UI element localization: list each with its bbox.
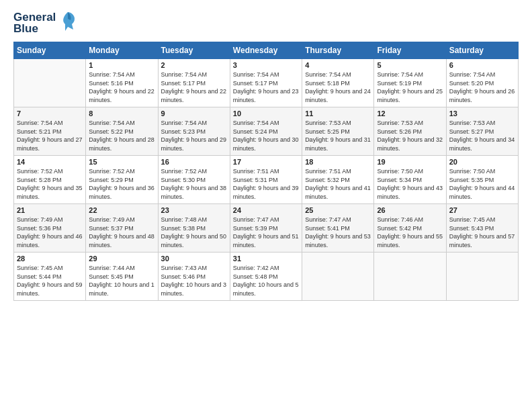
calendar-cell: 4Sunrise: 7:54 AMSunset: 5:18 PMDaylight… xyxy=(302,59,374,107)
logo-bird-icon xyxy=(58,11,77,35)
day-number: 4 xyxy=(305,61,371,69)
calendar-cell: 7Sunrise: 7:54 AMSunset: 5:21 PMDaylight… xyxy=(14,107,86,156)
calendar-cell: 13Sunrise: 7:53 AMSunset: 5:27 PMDayligh… xyxy=(446,107,518,156)
calendar-cell xyxy=(14,59,86,107)
calendar-cell: 6Sunrise: 7:54 AMSunset: 5:20 PMDaylight… xyxy=(446,59,518,107)
col-header-wednesday: Wednesday xyxy=(230,42,302,59)
day-info: Sunrise: 7:54 AMSunset: 5:19 PMDaylight:… xyxy=(377,71,443,104)
day-info: Sunrise: 7:54 AMSunset: 5:17 PMDaylight:… xyxy=(233,71,299,104)
day-info: Sunrise: 7:53 AMSunset: 5:27 PMDaylight:… xyxy=(449,119,515,152)
calendar-cell xyxy=(446,253,518,301)
calendar-cell: 28Sunrise: 7:45 AMSunset: 5:44 PMDayligh… xyxy=(14,253,86,301)
calendar-cell: 25Sunrise: 7:47 AMSunset: 5:41 PMDayligh… xyxy=(302,204,374,253)
calendar-cell: 11Sunrise: 7:53 AMSunset: 5:25 PMDayligh… xyxy=(302,107,374,156)
day-info: Sunrise: 7:53 AMSunset: 5:26 PMDaylight:… xyxy=(377,119,443,152)
day-info: Sunrise: 7:49 AMSunset: 5:36 PMDaylight:… xyxy=(17,216,83,249)
calendar-cell: 21Sunrise: 7:49 AMSunset: 5:36 PMDayligh… xyxy=(14,204,86,253)
calendar-cell: 27Sunrise: 7:45 AMSunset: 5:43 PMDayligh… xyxy=(446,204,518,253)
day-number: 13 xyxy=(449,109,515,118)
day-number: 7 xyxy=(17,109,83,118)
col-header-friday: Friday xyxy=(374,42,446,59)
calendar-table: SundayMondayTuesdayWednesdayThursdayFrid… xyxy=(13,42,519,301)
day-number: 21 xyxy=(17,206,83,214)
day-number: 23 xyxy=(161,206,227,214)
day-info: Sunrise: 7:42 AMSunset: 5:48 PMDaylight:… xyxy=(233,264,299,298)
day-number: 1 xyxy=(89,61,154,69)
day-number: 6 xyxy=(449,61,515,69)
day-number: 25 xyxy=(305,206,371,214)
day-info: Sunrise: 7:51 AMSunset: 5:31 PMDaylight:… xyxy=(233,167,299,201)
day-number: 18 xyxy=(305,158,371,166)
day-info: Sunrise: 7:53 AMSunset: 5:25 PMDaylight:… xyxy=(305,119,371,152)
logo: General Blue xyxy=(13,11,77,35)
day-info: Sunrise: 7:48 AMSunset: 5:38 PMDaylight:… xyxy=(161,216,227,249)
day-info: Sunrise: 7:45 AMSunset: 5:43 PMDaylight:… xyxy=(449,216,515,249)
calendar-cell: 5Sunrise: 7:54 AMSunset: 5:19 PMDaylight… xyxy=(374,59,446,107)
day-info: Sunrise: 7:54 AMSunset: 5:21 PMDaylight:… xyxy=(17,119,83,152)
day-number: 17 xyxy=(233,158,299,166)
day-number: 10 xyxy=(233,109,299,118)
calendar-cell: 15Sunrise: 7:52 AMSunset: 5:29 PMDayligh… xyxy=(86,156,158,204)
day-info: Sunrise: 7:50 AMSunset: 5:34 PMDaylight:… xyxy=(377,167,443,201)
calendar-cell: 9Sunrise: 7:54 AMSunset: 5:23 PMDaylight… xyxy=(158,107,230,156)
day-info: Sunrise: 7:46 AMSunset: 5:42 PMDaylight:… xyxy=(377,216,443,249)
col-header-monday: Monday xyxy=(86,42,158,59)
day-number: 20 xyxy=(449,158,515,166)
day-number: 29 xyxy=(89,255,154,263)
day-info: Sunrise: 7:51 AMSunset: 5:32 PMDaylight:… xyxy=(305,167,371,201)
calendar-cell: 22Sunrise: 7:49 AMSunset: 5:37 PMDayligh… xyxy=(86,204,158,253)
day-number: 26 xyxy=(377,206,443,214)
calendar-cell: 14Sunrise: 7:52 AMSunset: 5:28 PMDayligh… xyxy=(14,156,86,204)
day-info: Sunrise: 7:44 AMSunset: 5:45 PMDaylight:… xyxy=(89,264,154,298)
day-number: 11 xyxy=(305,109,371,118)
day-info: Sunrise: 7:52 AMSunset: 5:30 PMDaylight:… xyxy=(161,167,227,201)
day-number: 19 xyxy=(377,158,443,166)
calendar-cell: 3Sunrise: 7:54 AMSunset: 5:17 PMDaylight… xyxy=(230,59,302,107)
day-info: Sunrise: 7:52 AMSunset: 5:29 PMDaylight:… xyxy=(89,167,154,201)
day-number: 14 xyxy=(17,158,83,166)
day-number: 16 xyxy=(161,158,227,166)
calendar-cell: 29Sunrise: 7:44 AMSunset: 5:45 PMDayligh… xyxy=(86,253,158,301)
day-info: Sunrise: 7:54 AMSunset: 5:24 PMDaylight:… xyxy=(233,119,299,152)
day-number: 5 xyxy=(377,61,443,69)
day-number: 24 xyxy=(233,206,299,214)
col-header-thursday: Thursday xyxy=(302,42,374,59)
day-number: 8 xyxy=(89,109,154,118)
day-number: 9 xyxy=(161,109,227,118)
calendar-cell: 30Sunrise: 7:43 AMSunset: 5:46 PMDayligh… xyxy=(158,253,230,301)
calendar-cell: 12Sunrise: 7:53 AMSunset: 5:26 PMDayligh… xyxy=(374,107,446,156)
day-number: 22 xyxy=(89,206,154,214)
day-info: Sunrise: 7:43 AMSunset: 5:46 PMDaylight:… xyxy=(161,264,227,298)
day-info: Sunrise: 7:52 AMSunset: 5:28 PMDaylight:… xyxy=(17,167,83,201)
calendar-cell: 10Sunrise: 7:54 AMSunset: 5:24 PMDayligh… xyxy=(230,107,302,156)
day-number: 27 xyxy=(449,206,515,214)
calendar-cell: 23Sunrise: 7:48 AMSunset: 5:38 PMDayligh… xyxy=(158,204,230,253)
day-number: 3 xyxy=(233,61,299,69)
calendar-cell: 26Sunrise: 7:46 AMSunset: 5:42 PMDayligh… xyxy=(374,204,446,253)
day-info: Sunrise: 7:54 AMSunset: 5:20 PMDaylight:… xyxy=(449,71,515,104)
day-info: Sunrise: 7:54 AMSunset: 5:16 PMDaylight:… xyxy=(89,71,154,104)
day-info: Sunrise: 7:47 AMSunset: 5:39 PMDaylight:… xyxy=(233,216,299,249)
calendar-cell xyxy=(302,253,374,301)
day-number: 30 xyxy=(161,255,227,263)
day-info: Sunrise: 7:49 AMSunset: 5:37 PMDaylight:… xyxy=(89,216,154,249)
day-number: 2 xyxy=(161,61,227,69)
col-header-saturday: Saturday xyxy=(446,42,518,59)
day-number: 31 xyxy=(233,255,299,263)
calendar-cell: 20Sunrise: 7:50 AMSunset: 5:35 PMDayligh… xyxy=(446,156,518,204)
calendar-cell: 19Sunrise: 7:50 AMSunset: 5:34 PMDayligh… xyxy=(374,156,446,204)
col-header-sunday: Sunday xyxy=(14,42,86,59)
day-info: Sunrise: 7:47 AMSunset: 5:41 PMDaylight:… xyxy=(305,216,371,249)
calendar-cell: 16Sunrise: 7:52 AMSunset: 5:30 PMDayligh… xyxy=(158,156,230,204)
calendar-cell: 31Sunrise: 7:42 AMSunset: 5:48 PMDayligh… xyxy=(230,253,302,301)
day-info: Sunrise: 7:45 AMSunset: 5:44 PMDaylight:… xyxy=(17,264,83,298)
day-info: Sunrise: 7:54 AMSunset: 5:22 PMDaylight:… xyxy=(89,119,154,152)
day-info: Sunrise: 7:54 AMSunset: 5:18 PMDaylight:… xyxy=(305,71,371,104)
calendar-cell: 2Sunrise: 7:54 AMSunset: 5:17 PMDaylight… xyxy=(158,59,230,107)
calendar-cell: 8Sunrise: 7:54 AMSunset: 5:22 PMDaylight… xyxy=(86,107,158,156)
day-number: 28 xyxy=(17,255,83,263)
day-number: 12 xyxy=(377,109,443,118)
col-header-tuesday: Tuesday xyxy=(158,42,230,59)
day-number: 15 xyxy=(89,158,154,166)
day-info: Sunrise: 7:54 AMSunset: 5:23 PMDaylight:… xyxy=(161,119,227,152)
